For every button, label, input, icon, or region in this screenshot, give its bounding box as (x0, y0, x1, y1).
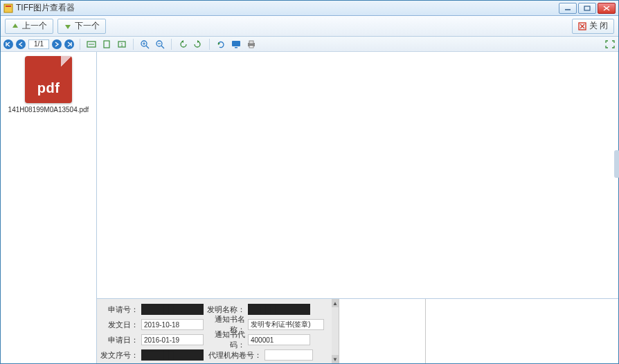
first-page-button[interactable] (3, 39, 13, 49)
separator (171, 39, 172, 50)
print-icon[interactable] (246, 39, 257, 50)
svg-rect-26 (249, 41, 253, 44)
prev-record-label: 上一个 (22, 20, 47, 32)
rotate-left-icon[interactable] (177, 39, 188, 50)
svg-rect-1 (6, 6, 11, 7)
zoom-in-icon[interactable] (139, 39, 150, 50)
svg-rect-27 (249, 46, 253, 48)
svg-rect-24 (235, 47, 237, 48)
separator (133, 39, 134, 50)
rotate-right-icon[interactable] (192, 39, 204, 50)
notice-name-value: 发明专利证书(签章) (248, 319, 324, 330)
metadata-form: 申请号： ██████ 发明名称： ██████ 发文日： 2019-10-18 (97, 299, 339, 363)
svg-rect-23 (232, 41, 240, 46)
svg-rect-0 (4, 4, 12, 12)
issue-sequence-value: ██████ (141, 349, 204, 361)
application-no-label: 申请号： (100, 304, 138, 315)
fullscreen-icon[interactable] (604, 39, 616, 50)
info-panel-2 (426, 299, 618, 363)
svg-line-17 (146, 46, 149, 48)
issue-sequence-label: 发文序号： (100, 350, 138, 361)
document-viewer[interactable] (97, 52, 618, 298)
scroll-down-icon[interactable]: ▼ (332, 355, 339, 363)
actual-size-icon[interactable]: 1 (116, 39, 127, 50)
main-area: pdf 141H08199M0A13504.pdf 申请号： ██████ (1, 52, 618, 363)
form-scrollbar[interactable]: ▲ ▼ (332, 299, 339, 363)
next-record-button[interactable]: 下一个 (57, 19, 106, 34)
close-label: 关 闭 (589, 20, 608, 32)
agency-no-value (264, 349, 313, 361)
prev-page-button[interactable] (16, 39, 26, 49)
maximize-button[interactable] (578, 3, 596, 14)
thumbnail-pane: pdf 141H08199M0A13504.pdf (1, 52, 97, 363)
viewer-toolbar: 1 (1, 37, 618, 52)
zoom-out-icon[interactable] (154, 39, 165, 50)
fit-width-icon[interactable] (86, 39, 97, 50)
pdf-label: pdf (37, 80, 60, 96)
svg-rect-13 (104, 41, 109, 48)
info-strip: 申请号： ██████ 发明名称： ██████ 发文日： 2019-10-18 (97, 298, 618, 363)
issue-date-label: 发文日： (100, 320, 138, 330)
agency-no-label: 代理机构卷号： (206, 350, 262, 361)
prev-record-button[interactable]: 上一个 (5, 19, 53, 34)
thumbnail-item[interactable]: pdf 141H08199M0A13504.pdf (5, 56, 92, 113)
close-window-button[interactable] (598, 3, 616, 14)
invention-name-value: ██████ (248, 304, 310, 315)
application-date-value: 2016-01-19 (141, 334, 204, 345)
close-button[interactable]: 关 闭 (572, 19, 614, 34)
right-pane: 申请号： ██████ 发明名称： ██████ 发文日： 2019-10-18 (97, 52, 618, 363)
close-icon (578, 22, 586, 30)
window-title: TIFF图片查看器 (16, 2, 559, 14)
down-arrow-icon (64, 22, 72, 30)
page-number-input[interactable] (28, 39, 49, 49)
scroll-up-icon[interactable]: ▲ (332, 299, 339, 307)
next-page-button[interactable] (52, 39, 62, 49)
svg-rect-3 (584, 6, 590, 10)
separator (209, 39, 210, 50)
info-panel-1 (339, 299, 426, 363)
up-arrow-icon (11, 22, 19, 30)
thumbnail-filename: 141H08199M0A13504.pdf (8, 106, 89, 113)
separator (80, 39, 80, 50)
notice-code-label: 通知书代码： (206, 329, 245, 350)
scroll-handle[interactable] (614, 150, 619, 178)
fit-page-icon[interactable] (101, 39, 112, 50)
minimize-button[interactable] (559, 3, 577, 14)
refresh-icon[interactable] (215, 39, 226, 50)
monitor-icon[interactable] (231, 39, 242, 50)
app-icon (3, 3, 13, 13)
next-record-label: 下一个 (75, 20, 100, 32)
application-no-value: ██████ (141, 304, 204, 315)
notice-code-value: 400001 (248, 334, 310, 345)
application-date-label: 申请日： (100, 335, 138, 345)
issue-date-value: 2019-10-18 (141, 319, 204, 330)
pdf-icon: pdf (25, 56, 72, 103)
main-toolbar: 上一个 下一个 关 闭 (1, 16, 618, 37)
invention-name-label: 发明名称： (206, 304, 245, 315)
svg-text:1: 1 (120, 42, 123, 47)
titlebar: TIFF图片查看器 (1, 1, 618, 16)
svg-line-21 (161, 46, 164, 48)
last-page-button[interactable] (64, 39, 74, 49)
